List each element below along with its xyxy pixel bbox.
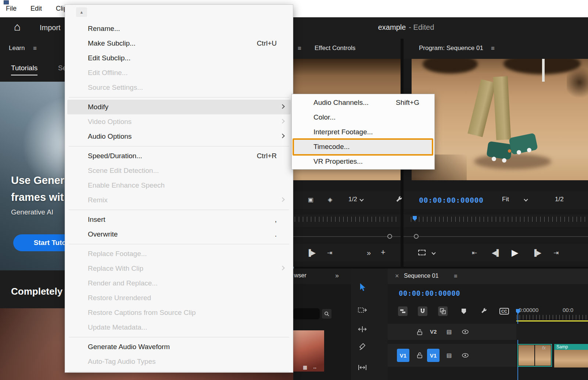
track-visibility-eye-icon[interactable] <box>462 353 469 358</box>
sequence-tab[interactable]: Sequence 01 <box>404 273 438 279</box>
source-scrubber[interactable] <box>293 214 401 227</box>
menu-item-enable-enhance-speech[interactable]: Enable Enhance Speech <box>67 178 291 193</box>
media-browser-title[interactable]: wser <box>294 272 306 279</box>
program-timecode[interactable]: 00:00:00:00000 <box>419 196 484 205</box>
panel-menu-icon[interactable]: ≡ <box>454 273 457 280</box>
menu-item-auto-tag-audio-types[interactable]: Auto-Tag Audio Types <box>67 354 291 369</box>
submenu-item-vr-properties[interactable]: VR Properties... <box>293 154 433 169</box>
menu-item-audio-options[interactable]: Audio Options <box>67 129 291 144</box>
slip-tool[interactable] <box>358 363 367 372</box>
menu-item-render-and-replace[interactable]: Render and Replace... <box>67 276 291 291</box>
search-input[interactable] <box>293 308 320 319</box>
lock-icon[interactable] <box>417 352 422 358</box>
safe-margins-icon[interactable] <box>418 250 426 255</box>
export-frame-icon[interactable]: ▣ <box>308 197 313 203</box>
home-icon[interactable]: ⌂ <box>14 21 21 33</box>
menu-divider <box>69 337 289 337</box>
add-button-icon[interactable]: + <box>381 248 386 256</box>
selection-tool[interactable] <box>358 283 367 292</box>
insert-nest-icon[interactable] <box>398 306 408 316</box>
panel-overflow-icon[interactable]: » <box>335 272 339 279</box>
submenu-item-color[interactable]: Color... <box>293 110 433 125</box>
track-v2-label[interactable]: V2 <box>430 328 437 335</box>
sync-lock-icon[interactable]: ▤ <box>447 328 452 335</box>
timeline-settings-wrench-icon[interactable] <box>479 306 488 316</box>
menubar-edit[interactable]: Edit <box>29 4 43 13</box>
menu-item-speed-duration[interactable]: Speed/Duration...Ctrl+R <box>67 149 291 163</box>
menu-scroll-strip: ▲ <box>65 5 293 21</box>
settings-wrench-icon[interactable] <box>395 196 403 204</box>
timeline-clip[interactable] <box>517 344 552 367</box>
menu-item-overwrite[interactable]: Overwrite. <box>67 227 291 242</box>
snap-magnet-icon[interactable] <box>418 306 427 316</box>
zoom-scrollbar[interactable] <box>404 236 588 237</box>
tab-tutorials[interactable]: Tutorials <box>11 64 37 75</box>
menu-item-replace-with-clip[interactable]: Replace With Clip <box>67 261 291 276</box>
menu-item-restore-captions[interactable]: Restore Captions from Source Clip <box>67 305 291 320</box>
track-v2-content[interactable] <box>516 324 588 340</box>
step-forward-icon[interactable]: ▐▶ <box>532 250 541 256</box>
timeline-clip[interactable]: Samp <box>554 344 588 367</box>
timeline-header: × Sequence 01 ≡ <box>388 269 588 284</box>
program-title[interactable]: Program: Sequence 01 <box>419 45 483 52</box>
captions-icon[interactable]: CC <box>498 306 510 316</box>
menubar-file[interactable]: File <box>4 4 18 13</box>
menu-item-restore-unrendered[interactable]: Restore Unrendered <box>67 291 291 305</box>
timeline-timecode[interactable]: 00:00:00:00000 <box>399 289 460 297</box>
timeline-ruler[interactable] <box>516 315 588 320</box>
menu-item-remix[interactable]: Remix <box>67 193 291 207</box>
menu-item-make-subclip[interactable]: Make Subclip...Ctrl+U <box>67 36 291 51</box>
more-buttons-icon[interactable]: » <box>367 249 371 256</box>
tree-silhouette <box>423 59 478 74</box>
zoom-handle[interactable] <box>414 234 419 239</box>
lock-icon[interactable] <box>417 329 422 335</box>
panel-menu-icon[interactable]: ≡ <box>33 45 37 52</box>
track-visibility-eye-icon[interactable] <box>462 330 469 334</box>
source-zoom-select[interactable]: 1/2 <box>348 196 363 203</box>
zoom-scrollbar[interactable] <box>293 236 401 237</box>
fit-select[interactable]: Fit <box>502 196 527 203</box>
menu-item-replace-footage[interactable]: Replace Footage... <box>67 246 291 261</box>
scroll-up-icon[interactable]: ▲ <box>76 7 87 17</box>
linked-selection-icon[interactable] <box>438 306 448 316</box>
razor-tool[interactable] <box>358 341 367 351</box>
tab-import[interactable]: Import <box>40 24 61 32</box>
menu-item-scene-edit-detection[interactable]: Scene Edit Detection... <box>67 163 291 178</box>
menu-item-rename[interactable]: Rename... <box>67 21 291 36</box>
submenu-item-timecode[interactable]: Timecode... <box>293 139 433 154</box>
source-patch-v1[interactable]: V1 <box>397 349 409 362</box>
search-icon[interactable] <box>322 309 331 319</box>
add-marker-icon[interactable] <box>459 306 469 316</box>
go-to-in-icon[interactable]: ⇤ <box>472 250 477 256</box>
play-icon[interactable]: ▶ <box>512 248 518 257</box>
track-select-tool[interactable] <box>358 305 367 315</box>
panel-menu-icon[interactable]: ≡ <box>298 45 301 52</box>
play-in-out-icon[interactable]: ▐▶ <box>306 250 316 256</box>
menu-item-generate-audio-waveform[interactable]: Generate Audio Waveform <box>67 340 291 354</box>
program-zoom-select[interactable]: 1/2 <box>555 196 564 203</box>
go-to-out-icon[interactable]: ⇥ <box>553 250 559 256</box>
track-target-v1[interactable]: V1 <box>427 349 440 362</box>
ripple-edit-tool[interactable] <box>358 324 367 334</box>
menu-item-video-options[interactable]: Video Options <box>67 114 291 129</box>
close-icon[interactable]: × <box>395 272 399 280</box>
effect-controls-title[interactable]: Effect Controls <box>315 45 355 52</box>
submenu-item-audio-channels[interactable]: Audio Channels...Shift+G <box>293 95 433 110</box>
submenu-item-interpret-footage[interactable]: Interpret Footage... <box>293 125 433 139</box>
panel-menu-icon[interactable]: ≡ <box>491 45 495 52</box>
program-scrubber[interactable] <box>404 214 588 227</box>
menu-item-edit-offline[interactable]: Edit Offline... <box>67 65 291 80</box>
menu-item-update-metadata[interactable]: Update Metadata... <box>67 320 291 335</box>
menu-item-modify[interactable]: Modify <box>67 100 291 114</box>
step-back-icon[interactable]: ◀▌ <box>492 250 501 256</box>
comparison-view-icon[interactable]: ◈ <box>328 197 332 203</box>
zoom-handle[interactable] <box>387 234 392 239</box>
chevron-down-icon <box>524 197 528 201</box>
sync-lock-icon[interactable]: ▤ <box>447 352 452 359</box>
menu-item-source-settings[interactable]: Source Settings... <box>67 80 291 95</box>
media-thumbnail[interactable]: ▦ ↔ <box>293 330 324 372</box>
menu-item-edit-subclip[interactable]: Edit Subclip... <box>67 51 291 65</box>
menu-divider <box>69 371 289 372</box>
go-to-out-icon[interactable]: ⇥ <box>327 250 332 256</box>
menu-item-insert[interactable]: Insert, <box>67 212 291 227</box>
